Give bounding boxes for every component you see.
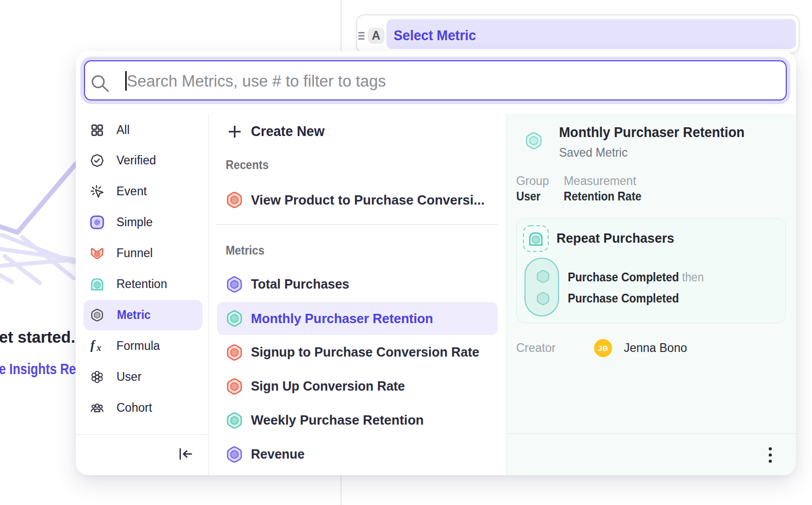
svg-text:x: x: [96, 342, 101, 352]
svg-text:f: f: [91, 339, 96, 352]
